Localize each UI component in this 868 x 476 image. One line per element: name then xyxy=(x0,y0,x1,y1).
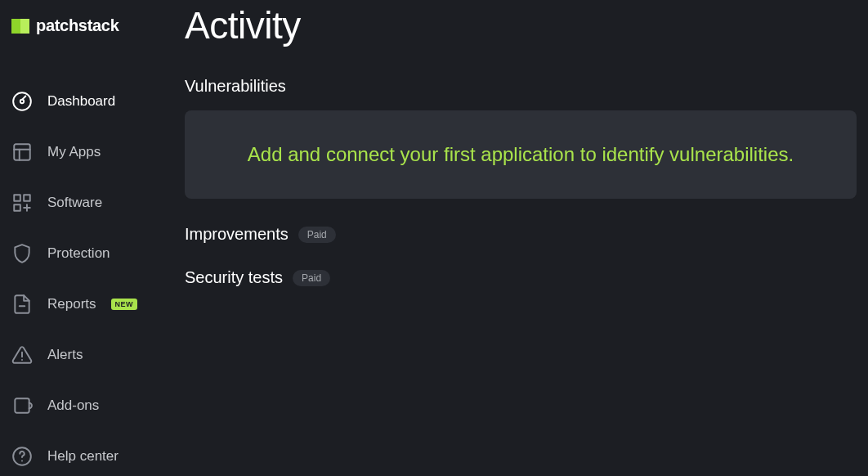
sidebar: patchstack Dashboard My Apps xyxy=(0,0,185,476)
nav-item-reports[interactable]: Reports NEW xyxy=(0,279,185,330)
section-heading-vulnerabilities: Vulnerabilities xyxy=(185,77,286,96)
new-badge: NEW xyxy=(111,299,138,310)
section-heading-security-tests: Security tests xyxy=(185,268,283,287)
nav-item-addons[interactable]: Add-ons xyxy=(0,380,185,431)
svg-rect-9 xyxy=(24,195,30,201)
svg-rect-10 xyxy=(14,204,20,211)
layout-icon xyxy=(11,141,33,163)
svg-rect-8 xyxy=(14,195,20,201)
shield-icon xyxy=(11,243,33,264)
svg-rect-0 xyxy=(11,19,20,34)
nav-item-software[interactable]: Software xyxy=(0,177,185,228)
nav-label: Reports xyxy=(47,296,96,312)
svg-rect-16 xyxy=(15,398,29,412)
section-vulnerabilities-header: Vulnerabilities xyxy=(185,77,857,96)
page-title: Activity xyxy=(185,3,857,47)
main-content: Activity Vulnerabilities Add and connect… xyxy=(185,0,868,476)
nav: Dashboard My Apps xyxy=(0,76,185,476)
svg-rect-1 xyxy=(20,19,29,34)
section-improvements-header: Improvements Paid xyxy=(185,225,857,244)
paid-badge: Paid xyxy=(298,227,336,243)
gauge-icon xyxy=(11,91,33,112)
nav-label: Dashboard xyxy=(47,93,115,110)
nav-label: Software xyxy=(47,195,102,211)
grid-add-icon xyxy=(11,192,33,213)
nav-item-protection[interactable]: Protection xyxy=(0,228,185,279)
vulnerabilities-empty-state[interactable]: Add and connect your first application t… xyxy=(185,110,857,199)
paid-badge: Paid xyxy=(293,270,330,286)
nav-item-dashboard[interactable]: Dashboard xyxy=(0,76,185,127)
nav-label: Help center xyxy=(47,448,119,465)
puzzle-icon xyxy=(11,395,33,416)
nav-item-alerts[interactable]: Alerts xyxy=(0,330,185,380)
empty-state-text: Add and connect your first application t… xyxy=(248,143,794,165)
section-heading-improvements: Improvements xyxy=(185,225,289,244)
file-icon xyxy=(11,294,33,315)
svg-line-4 xyxy=(22,97,25,100)
section-security-tests-header: Security tests Paid xyxy=(185,268,857,287)
logo-text: patchstack xyxy=(36,16,119,35)
alert-triangle-icon xyxy=(11,344,33,366)
logo-mark-icon xyxy=(11,19,29,34)
svg-rect-5 xyxy=(14,144,30,160)
svg-point-2 xyxy=(13,92,31,110)
nav-label: My Apps xyxy=(47,144,101,160)
nav-label: Alerts xyxy=(47,347,83,363)
help-circle-icon xyxy=(11,446,33,467)
logo[interactable]: patchstack xyxy=(0,16,185,35)
nav-label: Add-ons xyxy=(47,397,99,414)
nav-label: Protection xyxy=(47,245,110,262)
nav-item-help[interactable]: Help center xyxy=(0,431,185,476)
nav-item-myapps[interactable]: My Apps xyxy=(0,127,185,177)
